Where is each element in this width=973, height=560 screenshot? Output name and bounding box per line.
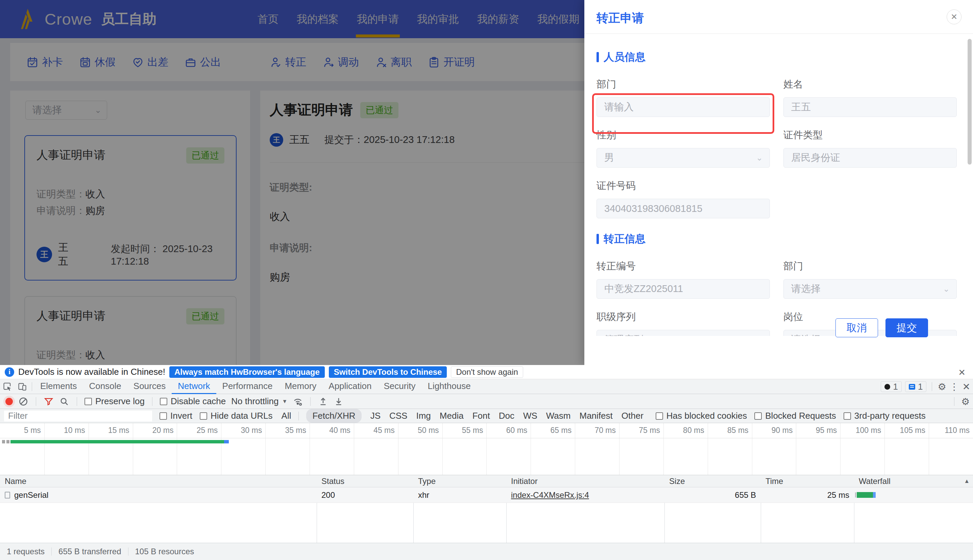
field-input-证件号码[interactable]: 340403198306081815	[596, 199, 770, 218]
close-icon[interactable]: ✕	[946, 10, 961, 24]
error-count-badge[interactable]: 1	[881, 381, 901, 392]
filter-icon[interactable]	[43, 397, 54, 407]
form-field-部门: 部门请选择⌄	[783, 248, 957, 299]
invert-checkbox[interactable]	[160, 412, 167, 420]
tab-network[interactable]: Network	[172, 379, 216, 394]
cell-initiator: index-C4XMseRx.js:4	[506, 487, 665, 503]
waterfall-bar-blue	[873, 492, 876, 498]
info-icon: i	[5, 367, 14, 377]
waterfall-tick	[855, 492, 856, 497]
tab-elements[interactable]: Elements	[34, 379, 83, 394]
waterfall-bar-green	[857, 492, 873, 498]
hide-data-urls-checkbox[interactable]	[200, 412, 207, 420]
column-header-waterfall[interactable]: Waterfall	[854, 475, 973, 487]
devtools-close-icon[interactable]: ✕	[963, 381, 970, 392]
filter-chip-Wasm[interactable]: Wasm	[546, 411, 571, 421]
filter-chip-Font[interactable]: Font	[473, 411, 490, 421]
export-har-icon[interactable]	[333, 397, 344, 407]
column-header-time[interactable]: Time	[761, 475, 854, 487]
network-overview-timeline[interactable]: 5 ms10 ms15 ms20 ms25 ms30 ms35 ms40 ms4…	[0, 423, 973, 475]
drawer-footer: 取消 提交	[584, 336, 973, 365]
field-select-性别[interactable]: 男⌄	[596, 148, 770, 168]
field-input-部门[interactable]: 请输入	[596, 97, 770, 117]
status-item: 655 B transferred	[52, 547, 128, 556]
disable-cache-checkbox[interactable]	[160, 398, 167, 405]
hide-data-urls-checkbox-group[interactable]: Hide data URLs	[200, 411, 273, 421]
tab-performance[interactable]: Performance	[216, 379, 279, 394]
infobar-button[interactable]: Don't show again	[451, 367, 523, 378]
field-input-姓名[interactable]: 王五	[783, 97, 957, 117]
tab-sources[interactable]: Sources	[127, 379, 172, 394]
field-label: 职级序列	[596, 310, 770, 324]
cell-name: genSerial	[0, 487, 317, 503]
filter-chip-All[interactable]: All	[282, 411, 292, 421]
cell-text[interactable]: index-C4XMseRx.js:4	[511, 490, 589, 500]
import-har-icon[interactable]	[318, 397, 328, 407]
cell-type: xhr	[413, 487, 506, 503]
clear-icon[interactable]	[18, 397, 28, 407]
cell-text: 200	[322, 490, 335, 500]
cancel-button[interactable]: 取消	[835, 318, 878, 337]
filter-chip-Doc[interactable]: Doc	[499, 411, 514, 421]
preserve-log-checkbox[interactable]	[85, 398, 92, 405]
column-header-type[interactable]: Type	[413, 475, 506, 487]
filter-chip-Fetch/XHR[interactable]: Fetch/XHR	[306, 409, 361, 423]
filter-chip-Img[interactable]: Img	[416, 411, 431, 421]
timeline-tick-label: 40 ms	[310, 426, 350, 435]
network-settings-gear-icon[interactable]: ⚙	[961, 396, 970, 407]
search-icon[interactable]	[59, 397, 69, 407]
column-header-name[interactable]: Name	[0, 475, 317, 487]
network-filter-input[interactable]: Filter	[4, 411, 152, 422]
form-field-spacer	[783, 168, 957, 218]
column-header-size[interactable]: Size	[665, 475, 761, 487]
record-button[interactable]	[5, 398, 13, 405]
filter-option-Blocked Requests[interactable]: Blocked Requests	[754, 411, 836, 421]
section-bar-icon	[596, 234, 599, 244]
column-header-initiator[interactable]: Initiator	[506, 475, 665, 487]
tab-lighthouse[interactable]: Lighthouse	[422, 379, 477, 394]
field-input-职级序列[interactable]: 管理序列	[596, 330, 770, 336]
devtools-settings-gear-icon[interactable]: ⚙	[938, 381, 946, 392]
form-field-性别: 性别男⌄	[596, 117, 770, 168]
field-input-转正编号[interactable]: 中竞发ZZ2025011	[596, 279, 770, 299]
tab-application[interactable]: Application	[322, 379, 378, 394]
caret-down-icon: ▼	[282, 398, 287, 405]
network-filter-row: Filter Invert Hide data URLs AllFetch/XH…	[0, 409, 973, 423]
cell-text: 655 B	[735, 490, 756, 500]
inspect-element-icon[interactable]	[0, 379, 15, 394]
section-title-text: 转正信息	[603, 232, 645, 246]
field-input-证件类型[interactable]: 居民身份证	[783, 148, 957, 168]
infobar-button[interactable]: Switch DevTools to Chinese	[329, 367, 447, 378]
checkbox[interactable]	[843, 412, 851, 420]
throttling-dropdown[interactable]: No throttling▼	[231, 396, 287, 407]
checkbox[interactable]	[656, 412, 663, 420]
filter-option-Has blocked cookies[interactable]: Has blocked cookies	[656, 411, 747, 421]
tab-security[interactable]: Security	[378, 379, 422, 394]
filter-chip-JS[interactable]: JS	[370, 411, 381, 421]
infobar-button[interactable]: Always match HwBrowser's language	[169, 367, 325, 378]
drawer-scrollbar[interactable]	[968, 39, 971, 165]
devtools-menu-kebab-icon[interactable]: ⋮	[950, 381, 959, 392]
tab-memory[interactable]: Memory	[278, 379, 322, 394]
submit-button[interactable]: 提交	[885, 318, 928, 337]
form-field-职级序列: 职级序列管理序列	[596, 299, 770, 336]
filter-chip-Manifest[interactable]: Manifest	[580, 411, 613, 421]
table-row-genSerial[interactable]: genSerial200xhrindex-C4XMseRx.js:4655 B2…	[0, 487, 973, 503]
infobar-close-icon[interactable]: ✕	[958, 367, 966, 378]
column-header-status[interactable]: Status	[317, 475, 413, 487]
filter-chip-Other[interactable]: Other	[621, 411, 643, 421]
overview-waterfall-bar	[10, 440, 224, 443]
device-toolbar-icon[interactable]	[15, 379, 30, 394]
tab-console[interactable]: Console	[83, 379, 127, 394]
status-item: 105 B resources	[128, 547, 201, 556]
field-text: 男	[604, 151, 614, 165]
invert-checkbox-group[interactable]: Invert	[160, 411, 192, 421]
issues-count-badge[interactable]: 1	[905, 381, 926, 392]
network-conditions-icon[interactable]	[293, 397, 303, 407]
filter-chip-CSS[interactable]: CSS	[389, 411, 407, 421]
field-select-部门[interactable]: 请选择⌄	[783, 279, 957, 299]
filter-option-3rd-party requests[interactable]: 3rd-party requests	[843, 411, 926, 421]
filter-chip-Media[interactable]: Media	[440, 411, 464, 421]
checkbox[interactable]	[754, 412, 762, 420]
filter-chip-WS[interactable]: WS	[523, 411, 537, 421]
